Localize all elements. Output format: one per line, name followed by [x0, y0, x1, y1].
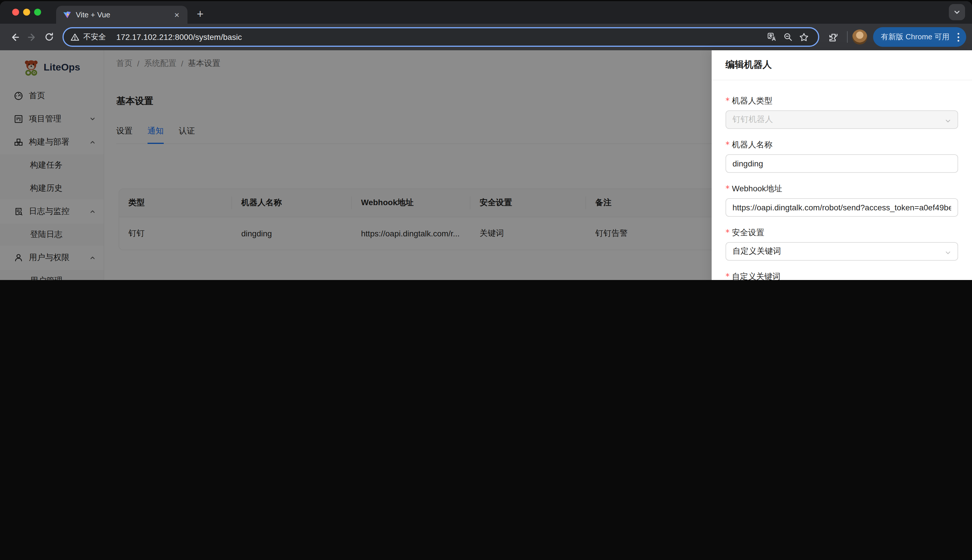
keywords-label: 自定义关键词 [726, 270, 958, 280]
maximize-window-button[interactable] [34, 9, 41, 16]
browser-menu-kebab-icon[interactable] [955, 33, 962, 41]
tab-title: Vite + Vue [76, 10, 172, 19]
new-tab-button[interactable]: + [192, 6, 208, 22]
security-value: 自定义关键词 [733, 246, 951, 257]
screen: Vite + Vue × + 不安全 [0, 0, 972, 280]
tab-strip: Vite + Vue × + [0, 1, 972, 24]
back-icon[interactable] [6, 28, 23, 46]
tab-search-chevron-icon[interactable] [949, 4, 965, 20]
drawer-form: 机器人类型 钉钉机器人 机器人名称 dingding [712, 80, 972, 280]
robot-name-value: dingding [733, 159, 951, 168]
bookmark-star-icon[interactable] [796, 29, 812, 45]
robot-name-label: 机器人名称 [726, 138, 958, 151]
security-label[interactable]: 不安全 [83, 32, 106, 42]
url-text[interactable]: 172.17.102.212:8000/system/basic [116, 32, 763, 42]
field-webhook: Webhook地址 https://oapi.dingtalk.com/robo… [726, 182, 958, 217]
field-robot-name: 机器人名称 dingding [726, 138, 958, 173]
chevron-down-icon [945, 248, 951, 258]
chevron-down-icon [945, 117, 951, 126]
field-robot-type: 机器人类型 钉钉机器人 [726, 94, 958, 129]
robot-name-input[interactable]: dingding [726, 154, 958, 173]
browser-window: Vite + Vue × + 不安全 [0, 1, 972, 280]
extensions-puzzle-icon[interactable] [825, 28, 842, 46]
zoom-out-icon[interactable] [780, 29, 796, 45]
security-label: 安全设置 [726, 226, 958, 239]
minimize-window-button[interactable] [23, 9, 30, 16]
app-root: LiteOps 首页 项目管理 [0, 50, 972, 280]
robot-type-select[interactable]: 钉钉机器人 [726, 110, 958, 129]
chrome-update-button[interactable]: 有新版 Chrome 可用 [873, 27, 966, 47]
forward-icon[interactable] [23, 28, 40, 46]
reload-icon[interactable] [40, 28, 58, 46]
chrome-update-label: 有新版 Chrome 可用 [881, 32, 949, 42]
toolbar-divider [847, 31, 847, 43]
robot-type-label: 机器人类型 [726, 94, 958, 107]
webhook-value: https://oapi.dingtalk.com/robot/send?acc… [733, 203, 951, 212]
translate-icon[interactable] [763, 29, 780, 45]
field-keywords: 自定义关键词 构建 × [726, 270, 958, 280]
browser-tab[interactable]: Vite + Vue × [56, 6, 187, 24]
browser-toolbar: 不安全 172.17.102.212:8000/system/basic 有新版… [0, 24, 972, 50]
close-window-button[interactable] [12, 9, 19, 16]
url-bar[interactable]: 不安全 172.17.102.212:8000/system/basic [62, 27, 819, 47]
window-controls [12, 9, 41, 16]
tab-close-icon[interactable]: × [172, 10, 182, 20]
profile-avatar[interactable] [852, 30, 867, 45]
drawer-title: 编辑机器人 [712, 50, 972, 80]
robot-type-value: 钉钉机器人 [733, 115, 951, 125]
security-select[interactable]: 自定义关键词 [726, 242, 958, 261]
edit-robot-drawer: 编辑机器人 机器人类型 钉钉机器人 机器人名称 [712, 50, 972, 280]
not-secure-warning-icon [70, 33, 79, 41]
webhook-label: Webhook地址 [726, 182, 958, 195]
vite-favicon-icon [63, 11, 71, 19]
webhook-input[interactable]: https://oapi.dingtalk.com/robot/send?acc… [726, 198, 958, 217]
field-security: 安全设置 自定义关键词 [726, 226, 958, 261]
